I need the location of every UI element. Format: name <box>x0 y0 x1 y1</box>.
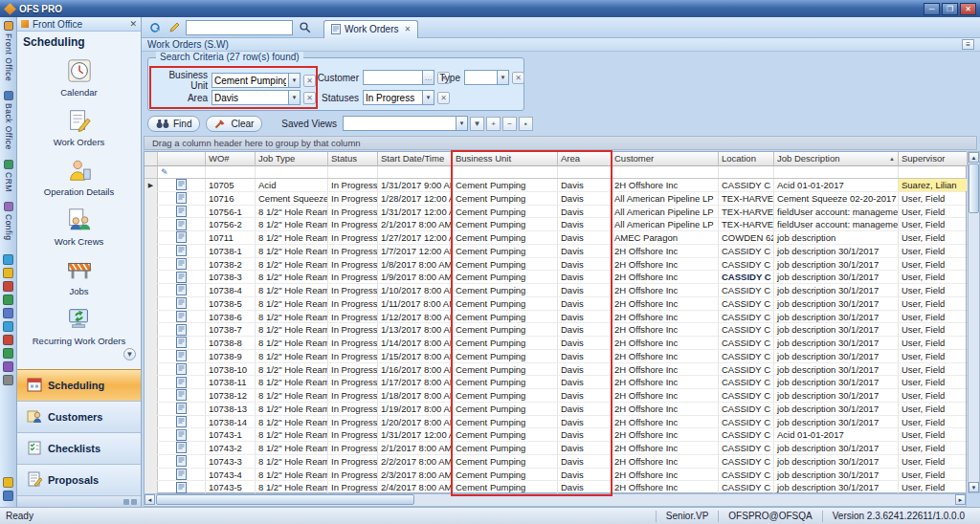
grid-cell[interactable]: 10716 <box>206 192 256 205</box>
grid-cell[interactable]: User, Field <box>899 376 968 388</box>
grid-cell[interactable]: CASSIDY C <box>719 442 774 454</box>
grid-cell[interactable]: TEX-HARVEY SPRA... <box>719 218 774 230</box>
grid-cell[interactable]: 10738-9 <box>206 350 256 362</box>
column-header-business-unit[interactable]: Business Unit <box>453 152 558 166</box>
grid-cell[interactable]: CASSIDY C <box>719 323 774 336</box>
grid-row[interactable]: 10743-18 1/2" Hole ReamingIn Progress1/3… <box>145 428 966 442</box>
work-order-icon[interactable] <box>158 297 206 310</box>
filter-cell[interactable] <box>256 166 328 178</box>
grid-cell[interactable]: User, Field <box>899 231 968 244</box>
edit-button[interactable] <box>165 19 184 36</box>
tab-close-icon[interactable]: ✕ <box>405 25 412 33</box>
grid-cell[interactable]: Davis <box>558 192 612 205</box>
grid-cell[interactable]: In Progress <box>328 403 378 415</box>
column-header-job-type[interactable]: Job Type <box>256 152 328 166</box>
grid-cell[interactable]: 1/7/2017 12:00 AM <box>378 245 453 257</box>
grid-cell[interactable]: job description 30/1/2017 <box>774 284 899 296</box>
grid-cell[interactable]: 1/18/2017 8:00 AM <box>378 389 453 402</box>
grid-cell[interactable]: Davis <box>558 376 612 388</box>
grid-cell[interactable]: 2H Offshore Inc <box>612 271 719 283</box>
column-header-status[interactable]: Status <box>328 152 378 166</box>
grid-cell[interactable]: 10738-8 <box>206 337 256 349</box>
grid-cell[interactable]: 2/1/2017 8:00 AM <box>378 442 453 454</box>
grid-row[interactable]: 10756-18 1/2" Hole ReamingIn Progress1/3… <box>145 206 966 219</box>
grid-cell[interactable]: 8 1/2" Hole Reaming <box>256 258 328 271</box>
grid-cell[interactable]: 1/17/2017 8:00 AM <box>378 376 453 388</box>
grid-cell[interactable]: 10743-4 <box>206 469 256 481</box>
grid-row[interactable]: ▶ 10705AcidIn Progress1/31/2017 9:00 AMC… <box>145 179 966 192</box>
work-order-icon[interactable] <box>158 376 206 388</box>
refresh-button[interactable] <box>145 19 165 36</box>
grid-row[interactable]: 10738-138 1/2" Hole ReamingIn Progress1/… <box>145 403 966 416</box>
grid-cell[interactable]: CASSIDY C <box>719 179 774 191</box>
grid-cell[interactable]: Davis <box>558 403 612 415</box>
chevron-down-icon[interactable]: ▼ <box>288 73 301 88</box>
grid-cell[interactable]: Davis <box>558 218 612 230</box>
grid-cell[interactable]: Davis <box>558 455 612 468</box>
grid-cell[interactable]: In Progress <box>328 258 378 271</box>
grid-cell[interactable]: User, Field <box>899 192 968 205</box>
grid-cell[interactable]: 8 1/2" Hole Reaming <box>256 428 328 441</box>
grid-cell[interactable]: Cement Pumping <box>453 403 558 415</box>
chevron-down-icon[interactable]: ▼ <box>288 90 301 105</box>
grid-cell[interactable]: 8 1/2" Hole Reaming <box>256 376 328 388</box>
grid-cell[interactable]: Cement Pumping <box>453 245 558 257</box>
grid-cell[interactable]: 8 1/2" Hole Reaming <box>256 311 328 323</box>
scroll-up-icon[interactable]: ▲ <box>969 152 979 163</box>
grid-cell[interactable]: 10738-10 <box>206 363 256 376</box>
strip-tool-icon[interactable] <box>3 491 13 501</box>
grid-cell[interactable]: In Progress <box>328 442 378 454</box>
grid-row[interactable]: 10738-98 1/2" Hole ReamingIn Progress1/1… <box>145 350 966 363</box>
find-button[interactable]: Find <box>147 116 200 132</box>
saved-views-input[interactable] <box>343 116 456 131</box>
grid-cell[interactable]: 1/11/2017 8:00 AM <box>378 297 453 310</box>
grid-cell[interactable]: User, Field <box>899 481 968 493</box>
horizontal-scrollbar[interactable]: ◄ ► <box>144 493 967 507</box>
grid-cell[interactable]: 8 1/2" Hole Reaming <box>256 206 328 218</box>
grid-cell[interactable]: CASSIDY C <box>719 389 774 402</box>
work-order-icon[interactable] <box>158 231 206 244</box>
grid-cell[interactable]: Davis <box>558 206 612 218</box>
strip-tool-icon[interactable] <box>3 321 13 332</box>
grid-cell[interactable]: 10711 <box>206 231 256 244</box>
grid-cell[interactable]: 8 1/2" Hole Reaming <box>256 337 328 349</box>
grid-cell[interactable]: 8 1/2" Hole Reaming <box>256 271 328 283</box>
grid-cell[interactable]: 10743-3 <box>206 455 256 468</box>
grid-cell[interactable]: In Progress <box>328 363 378 376</box>
work-order-icon[interactable] <box>158 311 206 323</box>
grid-cell[interactable]: All American Pipeline LP <box>612 206 719 218</box>
grid-cell[interactable]: In Progress <box>328 469 378 481</box>
filter-cell[interactable] <box>378 166 453 178</box>
grid-cell[interactable]: 2H Offshore Inc <box>612 258 719 271</box>
grid-cell[interactable]: 1/31/2017 9:00 AM <box>378 179 453 191</box>
grid-row[interactable]: 10716Cement SqueezeIn Progress1/28/2017 … <box>145 192 966 206</box>
grid-cell[interactable]: 2/4/2017 8:00 AM <box>378 481 453 493</box>
grid-cell[interactable]: In Progress <box>328 376 378 388</box>
grid-cell[interactable]: Davis <box>558 245 612 257</box>
business-unit-input[interactable] <box>212 73 288 88</box>
grid-cell[interactable]: Cement Pumping <box>453 363 558 376</box>
grid-cell[interactable]: CASSIDY C <box>719 350 774 362</box>
grid-cell[interactable]: AMEC Paragon <box>612 231 719 244</box>
grid-cell[interactable]: Cement Pumping <box>453 428 558 441</box>
grid-cell[interactable]: In Progress <box>328 179 378 191</box>
work-order-icon[interactable] <box>158 323 206 336</box>
grid-cell[interactable]: 2H Offshore Inc <box>612 428 719 441</box>
grid-cell[interactable]: fieldUser account: management user <box>774 206 899 218</box>
work-order-icon[interactable] <box>158 363 206 376</box>
grid-row[interactable]: 10738-128 1/2" Hole ReamingIn Progress1/… <box>145 389 966 403</box>
sidebar-item-customers[interactable]: Customers <box>17 401 141 432</box>
grid-cell[interactable]: job description 30/1/2017 <box>774 297 899 310</box>
grid-cell[interactable]: Davis <box>558 350 612 362</box>
grid-cell[interactable]: 2H Offshore Inc <box>612 389 719 402</box>
grid-cell[interactable]: User, Field <box>899 350 968 362</box>
grid-cell[interactable]: 10738-5 <box>206 297 256 310</box>
grid-cell[interactable]: CASSIDY C <box>719 455 774 468</box>
scroll-right-icon[interactable]: ► <box>955 494 966 505</box>
grid-row[interactable]: 10738-58 1/2" Hole ReamingIn Progress1/1… <box>145 297 966 311</box>
grid-cell[interactable]: User, Field <box>899 428 968 441</box>
filter-cell[interactable] <box>719 166 774 178</box>
sidebar-close-icon[interactable]: ✕ <box>129 20 137 29</box>
grid-cell[interactable]: In Progress <box>328 245 378 257</box>
grid-cell[interactable]: User, Field <box>899 455 968 468</box>
